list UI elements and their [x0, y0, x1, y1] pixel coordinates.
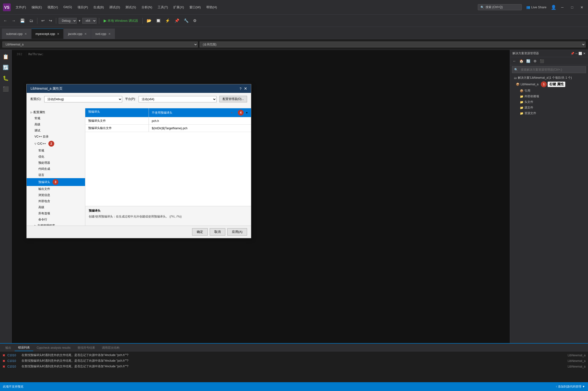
solution-root[interactable]: 🗂 解决方案'LibNewmat_a'(1 个项目/共 1 个) [510, 75, 588, 81]
tree-cpp-preproc[interactable]: 预处理器 [27, 160, 85, 166]
ok-button[interactable]: 确定 [192, 228, 208, 236]
activity-debug[interactable]: 🐛 [1, 74, 10, 83]
tab-jacobi[interactable]: jacobi.cpp ✕ [64, 29, 91, 39]
menu-help[interactable]: 帮助(H) [204, 4, 219, 10]
close-panel-icon[interactable]: ✕ [583, 52, 586, 55]
undo-button[interactable]: ↩ [40, 18, 46, 24]
tree-cpp-lang[interactable]: 语言 [27, 172, 85, 178]
tree-cpp[interactable]: ▽ C/C++ 2 [27, 140, 85, 148]
tree-cmd-line[interactable]: 命令行 [27, 216, 85, 223]
tab-output[interactable]: 输出 [2, 344, 15, 351]
tab-svd[interactable]: svd.cpp ✕ [91, 29, 115, 39]
tree-source-files[interactable]: 📁 源文件 [510, 105, 588, 110]
toolbar-icon-2[interactable]: 🔲 [154, 18, 162, 24]
minimize-panel-icon[interactable]: ─ [575, 52, 578, 55]
close-button[interactable]: ✕ [578, 4, 586, 10]
tree-general[interactable]: 常规 [27, 115, 85, 121]
tree-pch[interactable]: 预编译头 3 [27, 178, 85, 186]
tree-references[interactable]: 📦 引用 [510, 88, 588, 94]
tree-vc-dirs[interactable]: VC++ 目录 [27, 134, 85, 140]
tab-myexcept-close[interactable]: ✕ [57, 32, 59, 36]
tree-cpp-advanced[interactable]: 高级 [27, 204, 85, 210]
tree-debug[interactable]: 调试 [27, 128, 85, 134]
menu-edit[interactable]: 编辑(E) [29, 4, 44, 10]
add-to-source-control[interactable]: ↑ 添加到源代码管理 ▼ [556, 385, 585, 389]
save-button[interactable]: 💾 [18, 18, 26, 24]
tree-cpp-optimize[interactable]: 优化 [27, 154, 85, 160]
save-all-button[interactable]: 🗂 [28, 18, 35, 24]
tree-all-options[interactable]: 所有选项 [27, 210, 85, 216]
error-row-0[interactable]: ✖ C1010 在查找预编译头时遇到意外的文件结尾。是否忘记了向源中添加"#in… [0, 352, 588, 358]
tab-svd-close[interactable]: ✕ [108, 32, 111, 36]
run-button[interactable]: ▶ 本地 Windows 调试器 [102, 18, 140, 24]
solution-search-box[interactable]: 🔍 [512, 66, 586, 73]
panel-settings-button[interactable]: ⚙ [532, 58, 538, 64]
apply-button[interactable]: 应用(A) [227, 228, 247, 236]
redo-button[interactable]: ↪ [47, 18, 54, 24]
tab-jacobi-close[interactable]: ✕ [84, 32, 87, 36]
menu-git[interactable]: Git(G) [61, 4, 74, 10]
tree-output-files[interactable]: 输出文件 [27, 186, 85, 192]
panel-refresh-button[interactable]: 🔄 [525, 58, 531, 64]
dialog-close-button[interactable]: ✕ [244, 86, 247, 91]
activity-extensions[interactable]: ⬛ [1, 85, 10, 93]
tab-error-list[interactable]: 错误列表 [15, 344, 33, 351]
prop-row-pch-output[interactable]: 预编译头输出文件 $(IntDir)$(TargetName).pch [85, 125, 251, 132]
prop-row-pch[interactable]: 预编译头 不使用预编译头 ← 4 ▼ [85, 108, 251, 117]
solution-search-input[interactable] [519, 67, 584, 72]
tree-header-files[interactable]: 📁 头文件 [510, 99, 588, 105]
project-selector[interactable]: LibNewmat_a [2, 42, 198, 47]
panel-back-button[interactable]: ← [511, 58, 517, 64]
menu-analyze[interactable]: 分析(N) [139, 4, 155, 10]
pin-icon[interactable]: 📌 [571, 52, 574, 55]
live-share-button[interactable]: 👥 Live Share [524, 4, 548, 10]
debug-config-select[interactable]: Debug [59, 18, 77, 24]
tab-myexcept[interactable]: myexcept.cpp ✕ [31, 29, 64, 39]
float-panel-icon[interactable]: ⬜ [579, 52, 582, 55]
platform-select[interactable]: x64 [82, 18, 97, 24]
folder-open-icon[interactable]: 📂 [145, 18, 153, 24]
menu-file[interactable]: 文件(F) [13, 4, 29, 10]
dialog-help-button[interactable]: ? [239, 87, 241, 91]
menu-extensions[interactable]: 扩展(X) [171, 4, 186, 10]
tree-ext-includes[interactable]: 外部包含 [27, 198, 85, 204]
toolbar-icon-6[interactable]: ⚙ [192, 18, 198, 24]
tab-submat[interactable]: submat.cpp ✕ [2, 29, 31, 39]
menu-window[interactable]: 窗口(W) [187, 4, 203, 10]
cancel-button[interactable]: 取消 [210, 228, 225, 236]
menu-test[interactable]: 测试(S) [123, 4, 138, 10]
forward-button[interactable]: → [10, 18, 17, 24]
tree-cpp-codegen[interactable]: 代码生成 [27, 166, 85, 172]
prop-row-pch-file[interactable]: 预编译头文件 pch.h [85, 117, 251, 125]
profile-icon[interactable]: 👤 [551, 5, 556, 10]
platform-select-dialog[interactable]: 活动(x64) [139, 96, 216, 102]
scope-selector[interactable]: (全局范围) [200, 42, 586, 47]
panel-expand-button[interactable]: ⬛ [539, 58, 545, 64]
config-select[interactable]: 活动(Debug) [44, 96, 122, 102]
maximize-button[interactable]: □ [569, 4, 576, 10]
tree-doc-gen[interactable]: ▷ 文档管理程序 [27, 223, 85, 226]
tree-resource-files[interactable]: 📁 资源文件 [510, 110, 588, 116]
menu-build[interactable]: 生成(B) [91, 4, 106, 10]
dropdown-arrow[interactable]: ▼ [246, 111, 248, 114]
tab-call-hierarchy[interactable]: 调用层次结构 [98, 344, 123, 351]
tree-external-deps[interactable]: 📁 外部依赖项 [510, 94, 588, 99]
activity-explorer[interactable]: 📋 [1, 52, 10, 61]
tab-submat-close[interactable]: ✕ [24, 32, 27, 36]
tree-advanced[interactable]: 高级 [27, 121, 85, 128]
search-box[interactable]: 🔍 搜索 (Ctrl+Q) [478, 4, 522, 10]
tree-browse-info[interactable]: 浏览信息 [27, 192, 85, 198]
menu-view[interactable]: 视图(V) [45, 4, 60, 10]
menu-tools[interactable]: 工具(T) [155, 4, 171, 10]
tab-cppcheck[interactable]: Cppcheck analysis results [33, 344, 74, 351]
error-row-2[interactable]: ✖ C1010 在查找预编译头时遇到意外的文件结尾。是否忘记了向源中添加"#in… [0, 364, 588, 369]
project-root[interactable]: 📦 LibNewmat_a 1 右键 属性 [510, 81, 588, 88]
config-manager-button[interactable]: 配置管理器(O)... [219, 96, 247, 102]
minimize-button[interactable]: ─ [559, 4, 566, 10]
menu-debug[interactable]: 调试(D) [107, 4, 122, 10]
activity-git[interactable]: 🔃 [1, 63, 10, 72]
toolbar-icon-3[interactable]: ⚡ [164, 18, 172, 24]
panel-home-button[interactable]: 🏠 [518, 58, 524, 64]
back-button[interactable]: ← [2, 18, 9, 24]
tab-find-symbol[interactable]: 查找符号结果 [74, 344, 98, 351]
